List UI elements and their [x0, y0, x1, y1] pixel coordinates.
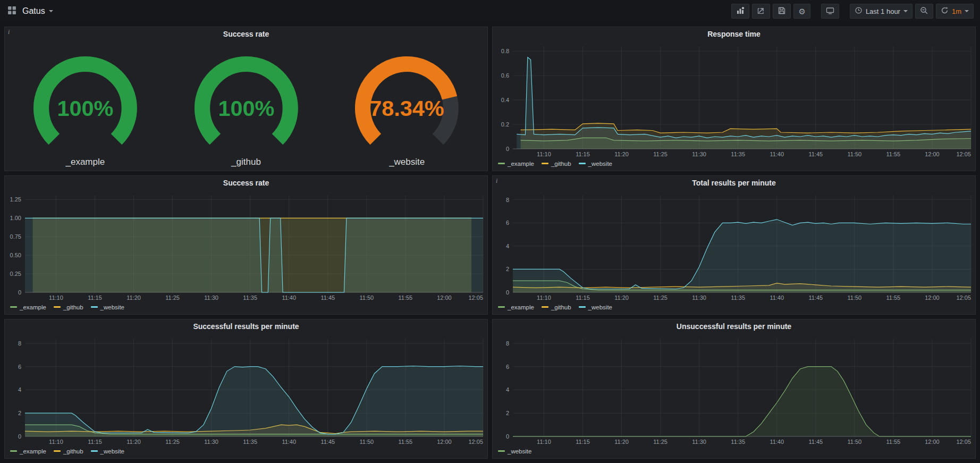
panel-title[interactable]: Success rate	[5, 27, 487, 41]
legend-label: _example	[508, 161, 534, 167]
legend-item[interactable]: _example	[498, 161, 534, 167]
panel-unsuccessful-results: Unsuccessful results per minute 0246811:…	[492, 319, 976, 459]
save-button[interactable]	[773, 4, 791, 19]
legend-swatch-icon	[498, 163, 505, 164]
panel-title[interactable]: Total results per minute	[493, 176, 975, 190]
x-axis-tick-label: 11:55	[886, 294, 901, 301]
monitor-icon	[826, 6, 834, 16]
caret-down-icon	[965, 10, 969, 12]
chart-svg: 0246811:1011:1511:2011:2511:3011:3511:40…	[5, 333, 487, 447]
x-axis-tick-label: 11:20	[614, 294, 629, 301]
add-panel-button[interactable]	[731, 4, 749, 19]
gear-icon: ⚙	[798, 7, 805, 15]
chart-successful-results[interactable]: 0246811:1011:1511:2011:2511:3011:3511:40…	[5, 333, 487, 447]
gauge-arc-svg: 78.34%	[335, 52, 478, 156]
x-axis-tick-label: 11:55	[399, 294, 413, 301]
y-axis-tick-label: 4	[506, 386, 509, 393]
panel-title[interactable]: Unsuccessful results per minute	[493, 319, 975, 333]
x-axis-tick-label: 11:45	[320, 439, 335, 445]
gauge-label: _website	[389, 157, 425, 167]
refresh-button[interactable]: 1m	[936, 4, 974, 19]
panel-success-rate-gauges: i Success rate 100% _example 100% _githu…	[4, 27, 488, 171]
x-axis-tick-label: 11:35	[731, 294, 745, 301]
legend-item[interactable]: _github	[542, 161, 571, 167]
panel-info-icon[interactable]: i	[496, 177, 497, 185]
x-axis-tick-label: 11:50	[359, 294, 374, 301]
legend: _website	[493, 447, 975, 458]
apps-grid-icon	[7, 6, 16, 16]
gauge-label: _github	[231, 157, 261, 167]
legend-item[interactable]: _example	[10, 448, 46, 454]
x-axis-tick-label: 11:25	[165, 294, 180, 301]
series-area	[25, 366, 483, 437]
settings-button[interactable]: ⚙	[793, 4, 810, 19]
legend-item[interactable]: _github	[542, 304, 571, 310]
gauge-website: 78.34% _website	[326, 41, 487, 167]
x-axis-tick-label: 11:30	[692, 439, 706, 445]
x-axis-tick-label: 12:05	[956, 151, 971, 157]
panel-title[interactable]: Success rate	[5, 176, 487, 190]
chart-success-rate[interactable]: 00.250.500.751.001.2511:1011:1511:2011:2…	[5, 190, 487, 302]
panel-info-icon[interactable]: i	[8, 28, 10, 36]
panel-title[interactable]: Successful results per minute	[5, 319, 487, 333]
x-axis-tick-label: 12:00	[925, 439, 940, 445]
navbar-actions: ⚙ Last 1 hour	[731, 4, 974, 19]
legend-label: _website	[588, 161, 612, 167]
y-axis-tick-label: 0	[506, 289, 509, 296]
y-axis-tick-label: 1.25	[10, 196, 21, 203]
x-axis-tick-label: 11:30	[204, 294, 218, 301]
legend-swatch-icon	[10, 450, 17, 452]
zoom-out-button[interactable]	[915, 4, 933, 19]
y-axis-tick-label: 2	[18, 410, 21, 416]
chart-response-time[interactable]: 00.20.40.60.811:1011:1511:2011:2511:3011…	[493, 41, 975, 159]
panel-title[interactable]: Response time	[493, 27, 975, 41]
x-axis-tick-label: 11:10	[49, 439, 63, 445]
y-axis-tick-label: 0.6	[501, 72, 509, 79]
add-panel-icon	[736, 6, 745, 16]
panel-total-results: i Total results per minute 0246811:1011:…	[492, 175, 976, 315]
legend-item[interactable]: _github	[54, 304, 83, 310]
x-axis-tick-label: 11:10	[537, 151, 551, 157]
legend-item[interactable]: _website	[498, 448, 531, 454]
x-axis-tick-label: 11:15	[576, 439, 590, 445]
dashboard-grid: i Success rate 100% _example 100% _githu…	[0, 22, 980, 463]
legend-item[interactable]: _website	[91, 304, 124, 310]
chart-unsuccessful-results[interactable]: 0246811:1011:1511:2011:2511:3011:3511:40…	[493, 333, 975, 447]
chart-svg: 00.250.500.751.001.2511:1011:1511:2011:2…	[5, 190, 487, 302]
legend-swatch-icon	[10, 306, 17, 308]
x-axis-tick-label: 12:05	[468, 294, 483, 301]
tv-mode-button[interactable]	[821, 4, 839, 19]
panel-response-time: Response time 00.20.40.60.811:1011:1511:…	[492, 27, 976, 171]
x-axis-tick-label: 11:35	[243, 294, 257, 301]
x-axis-tick-label: 11:30	[692, 151, 706, 157]
x-axis-tick-label: 11:20	[126, 294, 141, 301]
legend-item[interactable]: _example	[10, 304, 46, 310]
x-axis-tick-label: 11:50	[847, 294, 861, 301]
x-axis-tick-label: 11:50	[847, 439, 861, 445]
legend-swatch-icon	[498, 306, 505, 308]
legend-item[interactable]: _website	[579, 161, 612, 167]
x-axis-tick-label: 11:40	[770, 294, 784, 301]
legend-item[interactable]: _example	[498, 304, 534, 310]
x-axis-tick-label: 11:50	[847, 151, 861, 157]
y-axis-tick-label: 6	[506, 220, 509, 226]
dashboard-title[interactable]: Gatus	[22, 6, 53, 16]
x-axis-tick-label: 11:20	[614, 439, 629, 445]
share-button[interactable]	[752, 4, 770, 19]
gauge-value-text: 100%	[218, 96, 274, 121]
time-range-picker[interactable]: Last 1 hour	[850, 4, 913, 19]
legend-label: _github	[63, 304, 83, 310]
dashboard-menu-button[interactable]	[6, 5, 18, 18]
legend-item[interactable]: _website	[579, 304, 612, 310]
legend-item[interactable]: _github	[54, 448, 83, 454]
refresh-interval-label: 1m	[952, 7, 961, 15]
x-axis-tick-label: 11:55	[886, 151, 901, 157]
y-axis-tick-label: 8	[18, 340, 21, 347]
refresh-icon	[941, 6, 949, 16]
legend-item[interactable]: _website	[91, 448, 124, 454]
grafana-dashboard: Gatus ⚙	[0, 0, 980, 463]
chart-total-results[interactable]: 0246811:1011:1511:2011:2511:3011:3511:40…	[493, 190, 975, 302]
legend: _example_github_website	[5, 447, 487, 458]
x-axis-tick-label: 11:10	[49, 294, 63, 301]
x-axis-tick-label: 11:25	[653, 439, 668, 445]
